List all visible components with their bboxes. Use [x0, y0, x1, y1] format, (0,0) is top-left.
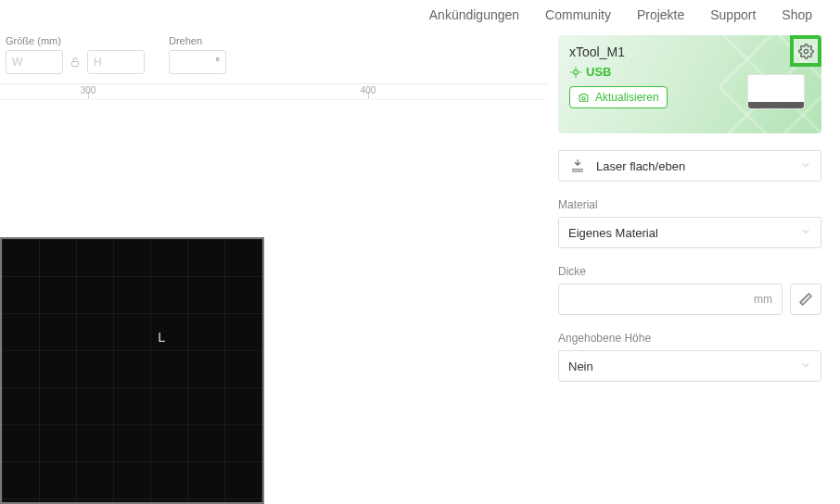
refresh-button[interactable]: Aktualisieren	[569, 86, 668, 108]
material-value: Eigenes Material	[568, 226, 800, 240]
ruler-mark-300: 300	[81, 85, 96, 95]
right-panel: xTool_M1 USB Aktualisieren Laser flach/e…	[558, 35, 821, 382]
raised-label: Angehobene Höhe	[558, 332, 821, 345]
nav-support[interactable]: Support	[710, 7, 756, 22]
device-card: xTool_M1 USB Aktualisieren	[558, 35, 821, 133]
raised-select[interactable]: Nein	[558, 350, 821, 382]
gear-icon	[798, 44, 814, 59]
thickness-unit: mm	[754, 293, 772, 306]
thickness-input[interactable]	[568, 293, 754, 307]
camera-icon	[578, 92, 590, 104]
svg-rect-0	[72, 62, 79, 67]
mode-select[interactable]: Laser flach/eben	[558, 150, 821, 182]
mode-value: Laser flach/eben	[596, 159, 800, 173]
camera-preview: L	[0, 237, 264, 504]
ruler-mark-400: 400	[361, 85, 376, 95]
property-bar: Größe (mm) Drehen	[6, 35, 226, 74]
horizontal-ruler: 300 400	[0, 83, 547, 100]
settings-button[interactable]	[790, 35, 821, 67]
svg-point-1	[574, 69, 579, 74]
material-label: Material	[558, 198, 821, 211]
nav-announcements[interactable]: Ankündigungen	[429, 7, 519, 22]
ruler-icon	[798, 292, 813, 307]
measure-button[interactable]	[790, 284, 821, 315]
laser-flat-icon	[568, 158, 587, 174]
nav-projects[interactable]: Projekte	[637, 7, 684, 22]
rotate-group: Drehen	[169, 35, 226, 74]
usb-icon	[569, 66, 582, 79]
top-nav: Ankündigungen Community Projekte Support…	[429, 7, 812, 22]
svg-point-3	[804, 49, 808, 53]
size-group: Größe (mm)	[6, 35, 145, 74]
corner-marker: L	[158, 330, 165, 345]
device-image	[747, 74, 805, 109]
chevron-down-icon	[800, 159, 811, 173]
rotate-input[interactable]	[169, 50, 226, 74]
canvas-area[interactable]: L	[0, 100, 547, 504]
raised-value: Nein	[568, 359, 800, 373]
rotate-label: Drehen	[169, 35, 226, 46]
material-select[interactable]: Eigenes Material	[558, 217, 821, 248]
width-input[interactable]	[6, 50, 63, 74]
chevron-down-icon	[800, 226, 811, 240]
nav-community[interactable]: Community	[545, 7, 611, 22]
lock-icon[interactable]	[67, 52, 83, 72]
height-input[interactable]	[87, 50, 145, 74]
thickness-label: Dicke	[558, 265, 821, 278]
chevron-down-icon	[800, 359, 811, 373]
svg-point-2	[582, 96, 585, 99]
nav-shop[interactable]: Shop	[782, 7, 812, 22]
size-label: Größe (mm)	[6, 35, 145, 46]
thickness-input-wrap: mm	[558, 284, 783, 315]
